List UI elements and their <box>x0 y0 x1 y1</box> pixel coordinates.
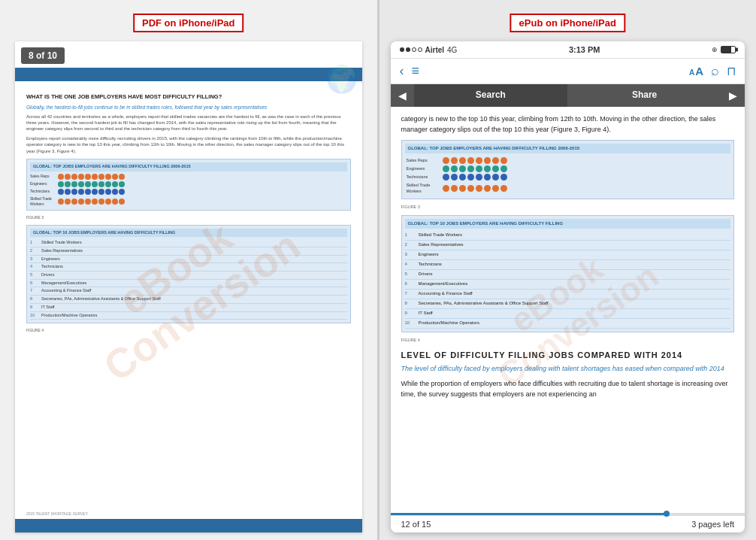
epub-dot <box>484 174 491 181</box>
epub-dot <box>500 185 507 192</box>
icon-dot <box>98 189 104 195</box>
epub-figure4: GLOBAL: TOP 10 JOBS EMPLOYERS ARE HAVING… <box>401 215 735 332</box>
next-icon: ▶ <box>729 89 737 102</box>
pdf-body-text-2: Employers report considerably more diffi… <box>26 135 351 154</box>
epub-label: ePub on iPhone/iPad <box>510 14 625 32</box>
signal-dot-4 <box>418 47 422 52</box>
epub-time: 3:13 PM <box>569 45 600 54</box>
icon-dot <box>98 181 104 187</box>
location-icon: ⊕ <box>712 46 718 53</box>
big-a-icon: A <box>695 65 703 77</box>
icon-dot <box>98 199 104 205</box>
next-button[interactable]: ▶ <box>721 84 745 107</box>
epub-dot <box>459 165 466 172</box>
epub-pages-left: 3 pages left <box>691 520 734 529</box>
bookmark-icon[interactable]: ⊓ <box>727 64 736 78</box>
epub-dots <box>443 165 507 172</box>
row-label: Engineers <box>30 181 56 187</box>
icon-dot <box>98 174 104 180</box>
icon-dot <box>78 174 84 180</box>
icon-dot <box>112 174 118 180</box>
pdf-figure4: GLOBAL: TOP 10 JOBS EMPLOYERS ARE HAVING… <box>26 225 351 324</box>
icon-dot <box>65 189 71 195</box>
pdf-footer-bar <box>15 519 362 532</box>
signal-dot-2 <box>406 47 410 52</box>
epub-figure4-caption: FIGURE 4 <box>401 337 735 343</box>
icon-dot <box>71 174 77 180</box>
search-button[interactable]: Search <box>414 84 568 107</box>
icon-dot <box>58 181 64 187</box>
icon-dot <box>58 199 64 205</box>
epub-dot <box>476 174 482 181</box>
table-row: Technicians <box>407 174 730 181</box>
list-item: 7Accounting & Finance Staff <box>405 290 731 299</box>
share-button[interactable]: Share <box>567 84 721 107</box>
prev-button[interactable]: ◀ <box>391 84 414 107</box>
icon-dot <box>105 181 111 187</box>
row-label: Technicians <box>30 189 56 194</box>
epub-figure4-list: 1Skilled Trade Workers 2Sales Representa… <box>405 231 731 329</box>
signal-dot-3 <box>412 47 416 52</box>
icon-dot <box>119 189 125 195</box>
pdf-figure3-title: GLOBAL: TOP JOBS EMPLOYERS ARE HAVING DI… <box>30 162 347 171</box>
icon-dots-row4 <box>58 199 125 205</box>
epub-dot <box>467 174 474 181</box>
row-label: Sales Reps <box>30 174 56 179</box>
epub-dot <box>500 174 507 181</box>
menu-icon[interactable]: ≡ <box>412 63 420 79</box>
epub-figure3: GLOBAL: TOP JOBS EMPLOYERS ARE HAVING DI… <box>401 140 735 200</box>
list-item: 3Engineers <box>405 250 731 260</box>
list-item: 6Management/Executives <box>30 280 347 288</box>
list-item: 2Sales Representatives <box>30 247 347 256</box>
table-row: Skilled Trade Workers <box>407 182 730 195</box>
pdf-italic-text: Globally, the hardest-to-fill jobs conti… <box>26 104 351 111</box>
search-icon[interactable]: ⌕ <box>711 63 719 79</box>
list-item: 8Secretaries, PAs, Administrative Assist… <box>30 296 347 304</box>
epub-dot <box>484 165 491 172</box>
epub-device: Airtel 4G 3:13 PM ⊕ ‹ ≡ A A <box>391 41 745 532</box>
epub-dot <box>476 157 482 164</box>
pdf-figure4-list: 1Skilled Trade Workers 2Sales Representa… <box>30 239 347 320</box>
icon-dot <box>105 174 111 180</box>
epub-dot <box>443 185 449 192</box>
pdf-section-title: WHAT IS THE ONE JOB EMPLOYERS HAVE MOST … <box>26 93 351 102</box>
epub-dot <box>443 157 449 164</box>
row-label: Skilled Trade Workers <box>407 182 440 195</box>
list-item: 8Secretaries, PAs, Administrative Assist… <box>405 299 731 309</box>
list-item: 3Engineers <box>30 256 347 264</box>
list-item: 10Production/Machine Operators <box>30 312 347 320</box>
small-a-icon: A <box>689 68 694 77</box>
epub-dot <box>476 185 482 192</box>
icon-dot <box>85 174 91 180</box>
table-row: Engineers <box>407 165 730 172</box>
prev-icon: ◀ <box>398 89 407 102</box>
icon-dot <box>65 174 71 180</box>
epub-progress-fill <box>391 513 667 515</box>
epub-dot <box>451 165 458 172</box>
icon-dot <box>119 174 125 180</box>
epub-body-text: category is new to the top 10 this year,… <box>401 114 735 135</box>
icon-dots-row3 <box>58 189 125 195</box>
icon-dot <box>119 199 125 205</box>
icon-dot <box>71 181 77 187</box>
battery-icon <box>721 46 736 53</box>
icon-dots-row1 <box>58 174 125 180</box>
epub-carrier: Airtel <box>425 46 445 54</box>
pdf-figure4-title: GLOBAL: TOP 10 JOBS EMPLOYERS ARE HAVING… <box>30 229 347 238</box>
epub-progress-bar-container <box>391 513 745 515</box>
right-panel: ePub on iPhone/iPad Airtel 4G 3:13 PM ⊕ <box>380 0 757 540</box>
pdf-label: PDF on iPhone/iPad <box>133 14 244 32</box>
battery-fill <box>721 47 732 53</box>
epub-dot <box>443 165 449 172</box>
icon-dot <box>71 189 77 195</box>
epub-toolbar: ◀ Search Share ▶ <box>391 84 745 107</box>
row-label: Engineers <box>407 165 440 171</box>
list-item: 1Skilled Trade Workers <box>405 231 731 241</box>
epub-italic-text: The level of difficulty faced by employe… <box>401 364 735 375</box>
epub-body-text-2: While the proportion of employers who fa… <box>401 379 735 400</box>
text-size-control[interactable]: A A <box>689 65 703 77</box>
back-icon[interactable]: ‹ <box>400 63 404 79</box>
icon-dot <box>85 189 91 195</box>
list-item: 5Drivers <box>405 270 731 280</box>
epub-dots <box>443 174 507 181</box>
